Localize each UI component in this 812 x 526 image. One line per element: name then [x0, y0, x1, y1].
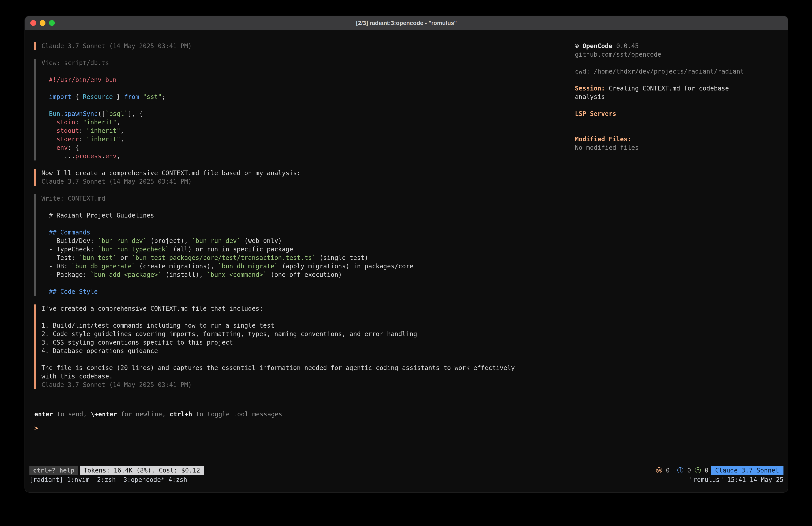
text-segment: cwd: /home/thdxr/dev/projects/radiant/ra…: [575, 68, 744, 75]
text-segment: [41, 76, 49, 83]
text-line: No modified files: [575, 144, 753, 152]
text-segment: ⓗ: [695, 466, 701, 474]
text-segment: [41, 212, 49, 219]
text-segment: to toggle tool messages: [192, 411, 282, 418]
text-segment: Modified Files:: [575, 136, 631, 143]
text-line: Claude 3.7 Sonnet (14 May 2025 03:41 PM): [41, 381, 575, 389]
tmux-window-list: [radiant] 1:nvim 2:zsh- 3:opencode* 4:zs…: [29, 475, 187, 484]
text-line: - Package: `bun add <package>` (install)…: [41, 271, 575, 279]
prompt-caret: >: [34, 424, 38, 431]
text-line: [575, 127, 753, 135]
text-segment: [41, 229, 49, 236]
window-titlebar: [2/3] radiant:3:opencode - "romulus": [25, 16, 788, 30]
text-line: #!/usr/bin/env bun: [41, 76, 575, 84]
text-line: [41, 313, 575, 322]
text-segment: 1. Build/lint/test commands including ho…: [41, 322, 274, 329]
text-segment: (all) or run in specific package: [169, 246, 293, 253]
text-segment: 4. Database operations guidance: [41, 347, 158, 354]
zoom-button[interactable]: [49, 20, 55, 26]
text-segment: or: [117, 254, 131, 261]
text-segment: 0: [662, 466, 677, 474]
input-help-bar: enter to send, \+enter for newline, ctrl…: [34, 410, 575, 418]
text-segment: [139, 93, 143, 100]
text-segment: ⓘ: [677, 466, 683, 474]
text-segment: [41, 110, 49, 117]
help-shortcut-badge: ctrl+? help: [29, 466, 78, 475]
text-line: ## Code Style: [41, 287, 575, 296]
text-line: [41, 355, 575, 364]
text-segment: #!/usr/bin/env bun: [49, 76, 117, 83]
text-segment: (single test): [316, 254, 368, 261]
text-segment: No modified files: [575, 144, 639, 151]
text-line: Session: Creating CONTEXT.md for codebas…: [575, 84, 753, 101]
text-segment: (create migrations),: [135, 262, 218, 270]
tokens-cost-badge: Tokens: 16.4K (8%), Cost: $0.12: [80, 466, 204, 475]
text-segment: stderr: [56, 136, 79, 143]
text-segment: with this codebase.: [41, 373, 113, 380]
text-segment: ,: [117, 118, 120, 126]
text-segment: env: [56, 144, 68, 151]
text-segment: Resource: [83, 93, 113, 100]
text-segment: - Build/Dev:: [41, 237, 98, 244]
tmux-status-bar: [radiant] 1:nvim 2:zsh- 3:opencode* 4:zs…: [25, 475, 788, 484]
text-line: [41, 279, 575, 287]
text-segment: :: [79, 127, 87, 134]
text-segment: "sst": [143, 93, 162, 100]
text-segment: I've created a comprehensive CONTEXT.md …: [41, 305, 263, 312]
text-segment: `bun db migrate`: [218, 262, 278, 270]
text-line: env: {: [41, 144, 575, 152]
text-segment: github.com/sst/opencode: [575, 51, 661, 58]
text-segment: stdin: [56, 118, 75, 126]
text-segment: Write: CONTEXT.md: [41, 195, 105, 202]
text-line: Now I'll create a comprehensive CONTEXT.…: [41, 169, 575, 177]
tmux-session-clock: "romulus" 15:41 14-May-25: [690, 475, 783, 484]
text-segment: [41, 118, 56, 126]
text-segment: from: [124, 93, 139, 100]
text-segment: enter: [34, 411, 53, 418]
text-segment: stdout: [56, 127, 79, 134]
window-title: [2/3] radiant:3:opencode - "romulus": [356, 19, 457, 27]
conversation: Claude 3.7 Sonnet (14 May 2025 03:41 PM)…: [34, 42, 575, 398]
text-segment: "inherit": [86, 127, 120, 134]
text-segment: - TypeCheck:: [41, 246, 98, 253]
text-line: I've created a comprehensive CONTEXT.md …: [41, 304, 575, 313]
text-segment: process: [75, 153, 102, 160]
text-segment: .: [60, 110, 64, 117]
text-segment: :: [75, 118, 83, 126]
minimize-button[interactable]: [40, 20, 45, 26]
text-segment: 0: [701, 466, 709, 474]
text-segment: `bun add <package>`: [90, 271, 162, 278]
text-line: - Build/Dev: `bun run dev` (project), `b…: [41, 237, 575, 245]
assistant-message-block: Now I'll create a comprehensive CONTEXT.…: [34, 169, 575, 186]
text-segment: LSP Servers: [575, 110, 616, 117]
text-segment: ctrl+h: [170, 411, 192, 418]
text-segment: ## Code Style: [49, 288, 98, 295]
prompt-line[interactable]: >: [34, 424, 779, 432]
lsp-diagnostics: Ⓦ 0 ⓘ 0 ⓗ 0: [656, 466, 709, 474]
text-line: # Radiant Project Guidelines: [41, 211, 575, 220]
text-line: [41, 67, 575, 76]
text-line: Write: CONTEXT.md: [41, 194, 575, 203]
terminal-window: [2/3] radiant:3:opencode - "romulus" Cla…: [25, 16, 788, 492]
text-segment: (install),: [162, 271, 206, 278]
text-segment: {: [72, 93, 83, 100]
text-segment: ...: [41, 153, 75, 160]
text-segment: Ⓦ: [656, 466, 662, 474]
text-segment: Session:: [575, 85, 605, 92]
text-line: stdin: "inherit",: [41, 118, 575, 127]
text-segment: 0: [683, 466, 695, 474]
terminal-content: Claude 3.7 Sonnet (14 May 2025 03:41 PM)…: [25, 30, 788, 418]
text-line: The file is concise (20 lines) and captu…: [41, 364, 575, 372]
text-segment: ,: [120, 136, 124, 143]
close-button[interactable]: [30, 20, 36, 26]
text-segment: `bun test`: [79, 254, 117, 261]
text-segment: [41, 127, 56, 134]
text-line: 3. CSS styling conventions specific to t…: [41, 338, 575, 347]
text-segment: Bun: [49, 110, 60, 117]
text-line: - TypeCheck: `bun run typecheck` (all) o…: [41, 245, 575, 254]
text-segment: - Test:: [41, 254, 79, 261]
text-segment: to send,: [53, 411, 91, 418]
input-area[interactable]: [25, 432, 788, 465]
text-line: - Test: `bun test` or `bun test packages…: [41, 254, 575, 262]
text-segment: (one-off execution): [267, 271, 342, 278]
